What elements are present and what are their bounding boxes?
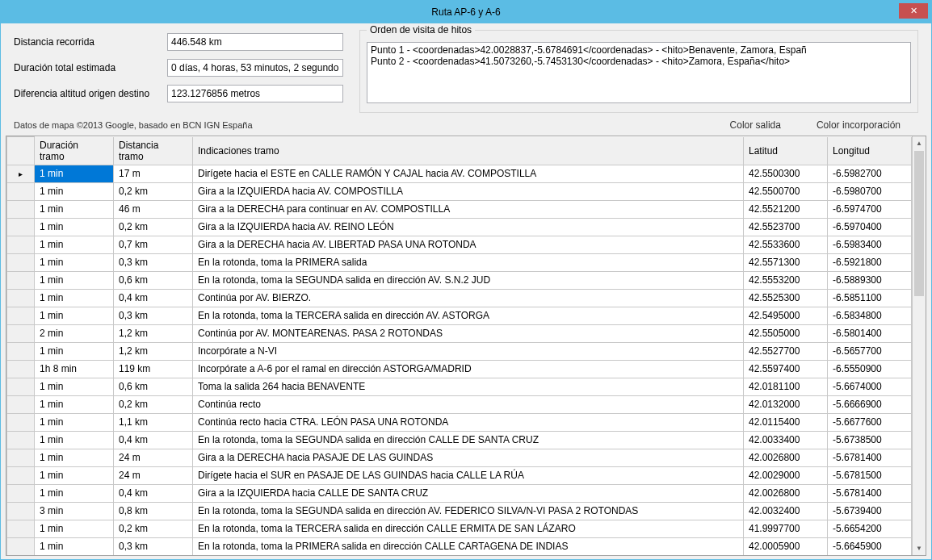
table-row[interactable]: 1 min1,2 kmIncorpórate a N-VI42.5527700-… xyxy=(7,342,912,360)
table-row[interactable]: 1 min0,3 kmEn la rotonda, toma la PRIMER… xyxy=(7,537,912,555)
cell-duracion[interactable]: 1 min xyxy=(35,307,114,324)
cell-longitud[interactable]: -6.5657700 xyxy=(828,342,912,360)
row-header[interactable] xyxy=(7,182,35,200)
cell-longitud[interactable]: -5.6677600 xyxy=(828,413,912,431)
color-salida-button[interactable]: Color salida xyxy=(712,118,799,132)
cell-latitud[interactable]: 42.0029000 xyxy=(744,466,828,484)
cell-distancia[interactable]: 0,3 km xyxy=(114,537,193,555)
cell-longitud[interactable]: -6.5970400 xyxy=(828,218,912,236)
table-row[interactable]: 1 min0,4 kmEn la rotonda, toma la SEGUND… xyxy=(7,431,912,449)
cell-indicaciones[interactable]: En la rotonda, toma la TERCERA salida en… xyxy=(193,520,744,537)
cell-latitud[interactable]: 42.5553200 xyxy=(744,271,828,289)
cell-longitud[interactable]: -6.5851100 xyxy=(828,289,912,307)
cell-latitud[interactable]: 42.5527700 xyxy=(744,342,828,360)
cell-distancia[interactable]: 0,3 km xyxy=(114,307,193,324)
cell-distancia[interactable]: 0,2 km xyxy=(114,182,193,200)
cell-longitud[interactable]: -6.5834800 xyxy=(828,307,912,324)
cell-longitud[interactable]: -6.5889300 xyxy=(828,271,912,289)
cell-latitud[interactable]: 42.5505000 xyxy=(744,324,828,342)
scroll-thumb[interactable] xyxy=(914,151,924,296)
row-header-corner[interactable] xyxy=(7,137,35,165)
cell-distancia[interactable]: 24 m xyxy=(114,466,193,484)
cell-indicaciones[interactable]: Incorpórate a N-VI xyxy=(193,342,744,360)
cell-distancia[interactable]: 1,1 km xyxy=(114,413,193,431)
table-row[interactable]: 1 min1,1 kmContinúa recto hacia CTRA. LE… xyxy=(7,413,912,431)
table-row[interactable]: 1 min0,4 kmContinúa por AV. BIERZO.42.55… xyxy=(7,289,912,307)
cell-latitud[interactable]: 42.0115400 xyxy=(744,413,828,431)
cell-distancia[interactable]: 119 km xyxy=(114,360,193,378)
row-header[interactable] xyxy=(7,342,35,360)
table-row[interactable]: 1 min0,3 kmEn la rotonda, toma la TERCER… xyxy=(7,307,912,324)
cell-duracion[interactable]: 1 min xyxy=(35,218,114,236)
cell-indicaciones[interactable]: Continúa recto hacia CTRA. LEÓN PASA UNA… xyxy=(193,413,744,431)
row-header[interactable] xyxy=(7,271,35,289)
cell-duracion[interactable]: 1 min xyxy=(35,395,114,413)
altitude-input[interactable] xyxy=(167,85,343,102)
cell-distancia[interactable]: 0,2 km xyxy=(114,520,193,537)
cell-longitud[interactable]: -6.5550900 xyxy=(828,360,912,378)
cell-indicaciones[interactable]: Continúa por AV. MONTEARENAS. PASA 2 ROT… xyxy=(193,324,744,342)
cell-latitud[interactable]: 42.5500300 xyxy=(744,165,828,182)
table-row[interactable]: 1 min0,7 kmGira a la DERECHA hacia AV. L… xyxy=(7,236,912,253)
cell-duracion[interactable]: 2 min xyxy=(35,324,114,342)
cell-latitud[interactable]: 42.0033400 xyxy=(744,431,828,449)
table-row[interactable]: 1 min0,2 kmContinúa recto42.0132000-5.66… xyxy=(7,395,912,413)
row-header[interactable] xyxy=(7,200,35,218)
table-row[interactable]: 1 min24 mGira a la DERECHA hacia PASAJE … xyxy=(7,449,912,466)
cell-distancia[interactable]: 0,2 km xyxy=(114,395,193,413)
row-header[interactable] xyxy=(7,165,35,182)
table-row[interactable]: 3 min0,8 kmEn la rotonda, toma la SEGUND… xyxy=(7,502,912,520)
distance-input[interactable] xyxy=(167,33,343,51)
cell-duracion[interactable]: 1 min xyxy=(35,431,114,449)
cell-duracion[interactable]: 1 min xyxy=(35,413,114,431)
row-header[interactable] xyxy=(7,307,35,324)
cell-duracion[interactable]: 1 min xyxy=(35,378,114,395)
row-header[interactable] xyxy=(7,413,35,431)
cell-longitud[interactable]: -5.6781500 xyxy=(828,466,912,484)
cell-indicaciones[interactable]: Gira a la DERECHA hacia PASAJE DE LAS GU… xyxy=(193,449,744,466)
cell-indicaciones[interactable]: Gira a la IZQUIERDA hacia CALLE DE SANTA… xyxy=(193,484,744,502)
data-grid[interactable]: Duración tramo Distancia tramo Indicacio… xyxy=(6,136,912,555)
row-header[interactable] xyxy=(7,289,35,307)
cell-indicaciones[interactable]: Gira a la DERECHA hacia AV. LIBERTAD PAS… xyxy=(193,236,744,253)
table-row[interactable]: 1 min46 mGira a la DERECHA para continua… xyxy=(7,200,912,218)
table-row[interactable]: 1 min0,2 kmGira a la IZQUIERDA hacia AV.… xyxy=(7,182,912,200)
cell-duracion[interactable]: 1 min xyxy=(35,484,114,502)
cell-latitud[interactable]: 42.5495000 xyxy=(744,307,828,324)
cell-duracion[interactable]: 1 min xyxy=(35,200,114,218)
cell-indicaciones[interactable]: En la rotonda, toma la PRIMERA salida xyxy=(193,253,744,271)
cell-longitud[interactable]: -6.5982700 xyxy=(828,165,912,182)
cell-longitud[interactable]: -5.6781400 xyxy=(828,484,912,502)
cell-longitud[interactable]: -6.5921800 xyxy=(828,253,912,271)
scroll-up-icon[interactable]: ▲ xyxy=(913,136,926,150)
col-distancia[interactable]: Distancia tramo xyxy=(114,137,193,165)
cell-distancia[interactable]: 1,2 km xyxy=(114,324,193,342)
cell-indicaciones[interactable]: Gira a la IZQUIERDA hacia AV. REINO LEÓN xyxy=(193,218,744,236)
cell-distancia[interactable]: 0,4 km xyxy=(114,431,193,449)
row-header[interactable] xyxy=(7,449,35,466)
table-row[interactable]: 2 min1,2 kmContinúa por AV. MONTEARENAS.… xyxy=(7,324,912,342)
cell-distancia[interactable]: 17 m xyxy=(114,165,193,182)
cell-latitud[interactable]: 42.0032400 xyxy=(744,502,828,520)
cell-latitud[interactable]: 42.5525300 xyxy=(744,289,828,307)
cell-distancia[interactable]: 0,3 km xyxy=(114,253,193,271)
cell-latitud[interactable]: 42.5523700 xyxy=(744,218,828,236)
col-latitud[interactable]: Latitud xyxy=(744,137,828,165)
cell-indicaciones[interactable]: En la rotonda, toma la PRIMERA salida en… xyxy=(193,537,744,555)
cell-duracion[interactable]: 1 min xyxy=(35,520,114,537)
cell-indicaciones[interactable]: Dirígete hacia el SUR en PASAJE DE LAS G… xyxy=(193,466,744,484)
cell-duracion[interactable]: 1 min xyxy=(35,466,114,484)
cell-duracion[interactable]: 1 min xyxy=(35,165,114,182)
table-row[interactable]: 1 min0,2 kmGira a la IZQUIERDA hacia AV.… xyxy=(7,218,912,236)
row-header[interactable] xyxy=(7,466,35,484)
cell-duracion[interactable]: 1 min xyxy=(35,537,114,555)
col-indicaciones[interactable]: Indicaciones tramo xyxy=(193,137,744,165)
cell-longitud[interactable]: -6.5801400 xyxy=(828,324,912,342)
table-row[interactable]: 1 min17 mDirígete hacia el ESTE en CALLE… xyxy=(7,165,912,182)
cell-distancia[interactable]: 1,2 km xyxy=(114,342,193,360)
color-incorporacion-button[interactable]: Color incorporación xyxy=(799,118,918,132)
cell-duracion[interactable]: 1 min xyxy=(35,342,114,360)
cell-distancia[interactable]: 0,7 km xyxy=(114,236,193,253)
row-header[interactable] xyxy=(7,236,35,253)
cell-longitud[interactable]: -6.5983400 xyxy=(828,236,912,253)
